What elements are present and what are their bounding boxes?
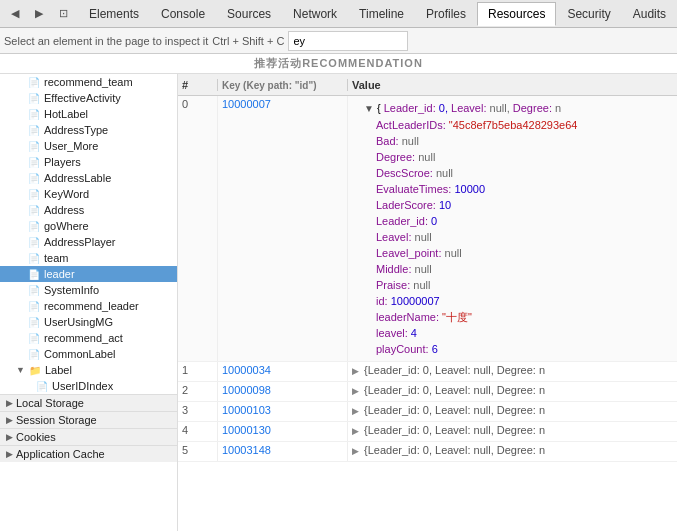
inspect-icon[interactable]: ⊡: [52, 3, 74, 25]
val-summary: {Leader_id: 0, Leavel: null, Degree: n: [364, 364, 545, 376]
val-null: null: [436, 167, 453, 179]
file-icon: 📄: [28, 237, 40, 248]
tab-audits[interactable]: Audits: [622, 2, 677, 25]
val-line: Leader_id: 0: [364, 213, 673, 229]
cell-key[interactable]: 10000034: [218, 362, 348, 381]
sidebar-item-leader[interactable]: 📄 leader: [0, 266, 177, 282]
tab-elements[interactable]: Elements: [78, 2, 150, 25]
val-key: Leader_id:: [376, 215, 428, 227]
val-open-brace: {: [377, 102, 381, 114]
section-label: Local Storage: [16, 397, 84, 409]
val-line: Degree: null: [364, 149, 673, 165]
val-key: Middle:: [376, 263, 411, 275]
table-header: # Key (Key path: "id") Value: [178, 74, 677, 96]
cell-key[interactable]: 10003148: [218, 442, 348, 461]
sidebar-label: UserIDIndex: [52, 380, 113, 392]
sidebar-item-SystemInfo[interactable]: 📄 SystemInfo: [0, 282, 177, 298]
cell-num: 4: [178, 422, 218, 441]
sidebar-item-Players[interactable]: 📄 Players: [0, 154, 177, 170]
cell-val: ▶ {Leader_id: 0, Leavel: null, Degree: n: [348, 422, 677, 441]
sidebar-item-AddressLable[interactable]: 📄 AddressLable: [0, 170, 177, 186]
forward-icon[interactable]: ▶: [28, 3, 50, 25]
sidebar-item-Address[interactable]: 📄 Address: [0, 202, 177, 218]
search-input[interactable]: [288, 31, 408, 51]
cell-num: 0: [178, 96, 218, 361]
file-icon: 📄: [28, 349, 40, 360]
sidebar-label: HotLabel: [44, 108, 88, 120]
file-icon: 📄: [28, 173, 40, 184]
val-key: Leader_id:: [384, 102, 436, 114]
sidebar-item-recommend_leader[interactable]: 📄 recommend_leader: [0, 298, 177, 314]
cell-key[interactable]: 10000098: [218, 382, 348, 401]
file-icon: 📄: [28, 333, 40, 344]
sidebar-item-goWhere[interactable]: 📄 goWhere: [0, 218, 177, 234]
file-icon: 📄: [28, 253, 40, 264]
section-label: Cookies: [16, 431, 56, 443]
sidebar-item-team[interactable]: 📄 team: [0, 250, 177, 266]
cell-val: ▶ {Leader_id: 0, Leavel: null, Degree: n: [348, 402, 677, 421]
cell-num: 3: [178, 402, 218, 421]
tab-profiles[interactable]: Profiles: [415, 2, 477, 25]
tab-resources[interactable]: Resources: [477, 2, 556, 26]
file-icon: 📄: [28, 221, 40, 232]
tab-console[interactable]: Console: [150, 2, 216, 25]
tab-security[interactable]: Security: [556, 2, 621, 25]
sidebar-item-User_More[interactable]: 📄 User_More: [0, 138, 177, 154]
cell-key[interactable]: 10000103: [218, 402, 348, 421]
val-key: id:: [376, 295, 388, 307]
val-key: Degree:: [376, 151, 415, 163]
sidebar-item-recommend_act[interactable]: 📄 recommend_act: [0, 330, 177, 346]
file-icon: 📄: [28, 269, 40, 280]
tab-network[interactable]: Network: [282, 2, 348, 25]
sidebar-section-session-storage[interactable]: ▶ Session Storage: [0, 411, 177, 428]
sidebar-item-AddressPlayer[interactable]: 📄 AddressPlayer: [0, 234, 177, 250]
val-line: Bad: null: [364, 133, 673, 149]
tab-bar: ◀ ▶ ⊡ Elements Console Sources Network T…: [0, 0, 677, 28]
val-line: playCount: 6: [364, 341, 673, 357]
sidebar-item-CommonLabel[interactable]: 📄 CommonLabel: [0, 346, 177, 362]
val-key: Bad:: [376, 135, 399, 147]
sidebar-label: EffectiveActivity: [44, 92, 121, 104]
val-null: null: [445, 247, 462, 259]
val-summary: {Leader_id: 0, Leavel: null, Degree: n: [364, 404, 545, 416]
sidebar-item-UserUsingMG[interactable]: 📄 UserUsingMG: [0, 314, 177, 330]
cell-val: ▶ {Leader_id: 0, Leavel: null, Degree: n: [348, 442, 677, 461]
content-area: # Key (Key path: "id") Value 0 10000007 …: [178, 74, 677, 531]
val-null: null: [415, 263, 432, 275]
sidebar-item-HotLabel[interactable]: 📄 HotLabel: [0, 106, 177, 122]
val-key: playCount:: [376, 343, 429, 355]
sidebar-item-recommend_team[interactable]: 📄 recommend_team: [0, 74, 177, 90]
file-icon: 📄: [28, 109, 40, 120]
sidebar-section-application-cache[interactable]: ▶ Application Cache: [0, 445, 177, 462]
sidebar-item-Label[interactable]: ▼ 📁 Label: [0, 362, 177, 378]
sidebar-item-UserIDIndex[interactable]: 📄 UserIDIndex: [0, 378, 177, 394]
file-icon: 📄: [28, 93, 40, 104]
sidebar: 📄 recommend_team 📄 EffectiveActivity 📄 H…: [0, 74, 178, 531]
sidebar-section-cookies[interactable]: ▶ Cookies: [0, 428, 177, 445]
back-icon[interactable]: ◀: [4, 3, 26, 25]
sidebar-section-local-storage[interactable]: ▶ Local Storage: [0, 394, 177, 411]
val-str: "45c8ef7b5eba428293e64: [449, 119, 578, 131]
cell-key[interactable]: 10000007: [218, 96, 348, 361]
col-key-label: Key (Key path: "id"): [222, 80, 317, 91]
val-num: 10000: [454, 183, 485, 195]
sidebar-item-KeyWord[interactable]: 📄 KeyWord: [0, 186, 177, 202]
val-summary: {Leader_id: 0, Leavel: null, Degree: n: [364, 424, 545, 436]
expand-arrow-icon: ▼: [16, 365, 25, 375]
file-icon: 📄: [28, 317, 40, 328]
tab-timeline[interactable]: Timeline: [348, 2, 415, 25]
sidebar-item-AddressType[interactable]: 📄 AddressType: [0, 122, 177, 138]
val-null: null: [418, 151, 435, 163]
cell-key[interactable]: 10000130: [218, 422, 348, 441]
col-key-header: Key (Key path: "id"): [218, 79, 348, 91]
tab-sources[interactable]: Sources: [216, 2, 282, 25]
sidebar-label: Players: [44, 156, 81, 168]
collapse-triangle-icon: ▶: [352, 446, 359, 456]
sidebar-label: UserUsingMG: [44, 316, 113, 328]
val-summary: {Leader_id: 0, Leavel: null, Degree: n: [364, 384, 545, 396]
sidebar-item-EffectiveActivity[interactable]: 📄 EffectiveActivity: [0, 90, 177, 106]
table-row: 2 10000098 ▶ {Leader_id: 0, Leavel: null…: [178, 382, 677, 402]
collapse-triangle-icon: ▶: [352, 426, 359, 436]
val-line: ▼ { Leader_id: 0, Leavel: null, Degree: …: [364, 100, 673, 117]
val-line: EvaluateTimes: 10000: [364, 181, 673, 197]
